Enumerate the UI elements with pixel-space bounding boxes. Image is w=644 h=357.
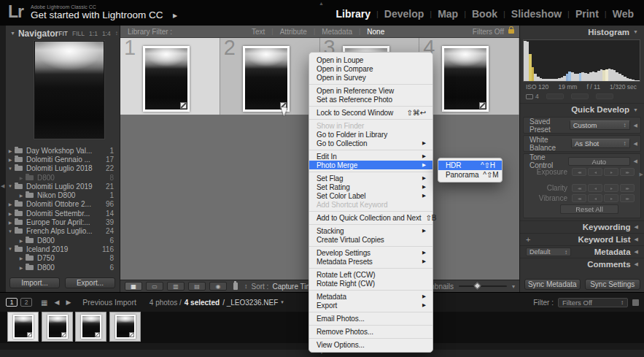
toolbar-options-icon[interactable]: ▾ [512,283,515,290]
folder-disclosure-icon[interactable]: ▶ [17,193,26,198]
folder-disclosure-icon[interactable]: ▶ [6,148,15,153]
comments-header[interactable]: Comments ◀ [520,258,644,270]
stepper-button[interactable]: ▸ [604,184,618,192]
add-keyword-icon[interactable]: + [526,235,530,244]
filmstrip-filter-dropdown[interactable]: Filters Off ↕ [558,298,628,307]
thumbnail-size-slider[interactable] [459,285,507,287]
folder-disclosure-icon[interactable]: ▶ [17,265,26,270]
menu-item-panorama[interactable]: Panorama^⇧M [438,170,502,180]
painter-icon[interactable] [233,283,238,290]
folder-row[interactable]: ▶Day Workshop Val...1 [6,146,119,155]
filter-option-text[interactable]: Text [252,28,265,36]
sync-metadata-button[interactable]: Sync Metadata [524,279,581,290]
tone-control-expand-icon[interactable]: ◀ [634,158,637,164]
people-view-icon[interactable]: ◉ [209,282,227,291]
menu-item-email-photos[interactable]: Email Photos... [309,314,432,323]
right-panel-collapse-icon[interactable]: ▶ [640,172,643,177]
folder-disclosure-icon[interactable]: ▼ [6,166,15,171]
module-map[interactable]: Map [432,8,464,20]
filmstrip-photo[interactable] [115,315,136,339]
folder-row[interactable]: ▼French Alps Luglio...24 [6,227,119,236]
survey-view-icon[interactable]: ▤ [188,282,206,291]
filmstrip-photo[interactable] [13,315,34,339]
menu-item-edit-in[interactable]: Edit In▶ [309,152,432,161]
slider-thumb[interactable] [474,283,481,290]
menu-item-open-in-compare[interactable]: Open in Compare [309,64,432,73]
menu-item-metadata[interactable]: Metadata▶ [309,292,432,301]
menu-item-metadata-presets[interactable]: Metadata Presets▶ [309,257,432,266]
menu-item-set-color-label[interactable]: Set Color Label▶ [309,191,432,200]
previous-import-label[interactable]: Previous Import [82,298,136,307]
stepper-button[interactable]: ▸▸ [620,168,635,176]
main-window-button[interactable]: 1 [6,298,18,307]
folder-disclosure-icon[interactable]: ▶ [6,201,15,207]
folder-row[interactable]: ▶Nikon D8001 [6,191,119,199]
menu-item-photo-merge[interactable]: Photo Merge▶ [309,161,432,169]
zoom-mode-fit[interactable]: FIT [58,30,68,37]
import-button[interactable]: Import... [9,277,60,288]
folder-row[interactable]: ▶D8006 [6,236,119,245]
menu-item-open-in-survey[interactable]: Open in Survey [309,73,432,82]
folder-row[interactable]: ▼Dolomiti Luglio 201921 [6,182,119,191]
filter-option-metadata[interactable]: Metadata [322,28,352,36]
menu-item-hdr[interactable]: HDR^⇧H [438,161,502,170]
top-panel-collapse-icon[interactable]: ▲ [319,1,324,6]
loupe-view-icon[interactable]: ▭ [146,282,163,291]
navigator-header[interactable]: ▼ Navigator FITFILL1:11:4↕ [6,28,119,39]
folder-disclosure-icon[interactable]: ▶ [17,238,26,243]
menu-item-go-to-folder-in-library[interactable]: Go to Folder in Library [309,130,432,139]
navigator-preview[interactable] [34,41,104,139]
sync-settings-button[interactable]: Sync Settings [585,279,641,290]
photo-thumbnail[interactable] [243,46,290,112]
zoom-mode-1:4[interactable]: 1:4 [102,30,111,37]
module-slideshow[interactable]: Slideshow [505,8,567,20]
sort-direction-icon[interactable]: ↕ [244,283,248,290]
folder-disclosure-icon[interactable]: ▶ [6,220,15,225]
grid-cell-4[interactable]: 4 [419,38,519,115]
photo-thumbnail[interactable] [143,46,190,112]
filmstrip-thumbnail[interactable] [75,312,106,342]
folder-disclosure-icon[interactable]: ▶ [6,211,15,216]
photo-thumbnail[interactable] [442,46,489,112]
menu-item-export[interactable]: Export▶ [309,301,432,310]
auto-tone-button[interactable]: Auto [568,157,629,166]
filmstrip-photo[interactable] [47,315,68,339]
folder-disclosure-icon[interactable]: ▼ [6,229,15,234]
second-window-button[interactable]: 2 [20,298,32,307]
saved-preset-dropdown[interactable]: Custom ↕ [570,120,630,130]
metadata-header[interactable]: Default ↕ Metadata ◀ [520,245,644,258]
folder-row[interactable]: ▶Dolomiti Gennaio ...17 [6,155,119,164]
keywording-header[interactable]: Keywording ◀ [520,220,644,233]
grid-cell-1[interactable]: 1 [120,38,220,115]
stepper-button[interactable]: ◂ [588,184,602,192]
menu-item-rotate-left-ccw[interactable]: Rotate Left (CCW) [309,270,432,279]
white-balance-expand-icon[interactable]: ◀ [634,141,637,147]
menu-item-develop-settings[interactable]: Develop Settings▶ [309,248,432,257]
folder-row[interactable]: ▼Iceland 2019116 [6,245,119,253]
stepper-button[interactable]: ◂ [588,194,602,202]
menu-item-lock-to-second-window[interactable]: Lock to Second Window⇧⌘↩ [309,108,432,117]
menu-item-remove-photos[interactable]: Remove Photos... [309,327,432,336]
stepper-button[interactable]: ◂◂ [572,168,586,176]
stepper-button[interactable]: ▸ [604,168,618,176]
menu-item-go-to-collection[interactable]: Go to Collection▶ [309,139,432,147]
filmstrip-photo[interactable] [81,315,101,339]
stepper-button[interactable]: ▸▸ [620,184,635,192]
folder-row[interactable]: ▶Dolomiti Ottobre 2...96 [6,200,119,209]
folder-disclosure-icon[interactable]: ▼ [6,247,15,251]
quick-develop-header[interactable]: Quick Develop ▼ [520,103,644,115]
menu-item-view-options[interactable]: View Options... [309,340,432,349]
filmstrip-grid-icon[interactable]: ▦ [41,299,47,307]
menu-item-open-in-reference-view[interactable]: Open in Reference View [309,86,432,95]
filter-lock-icon[interactable] [508,29,514,34]
histogram-header[interactable]: Histogram ▼ [520,26,644,38]
folder-row[interactable]: ▶D8008 [6,173,119,182]
sort-value[interactable]: Capture Tim [272,283,311,291]
filter-option-attribute[interactable]: Attribute [280,28,307,36]
folder-row[interactable]: ▶D7508 [6,254,119,263]
previous-photo-icon[interactable]: ◀ [54,299,59,306]
folder-row[interactable]: ▼Dolomiti Luglio 201822 [6,164,119,173]
metadata-collapse-icon[interactable]: ◀ [635,249,638,255]
metadata-preset-dropdown[interactable]: Default ↕ [526,247,571,256]
compare-view-icon[interactable]: ▥ [167,282,185,291]
